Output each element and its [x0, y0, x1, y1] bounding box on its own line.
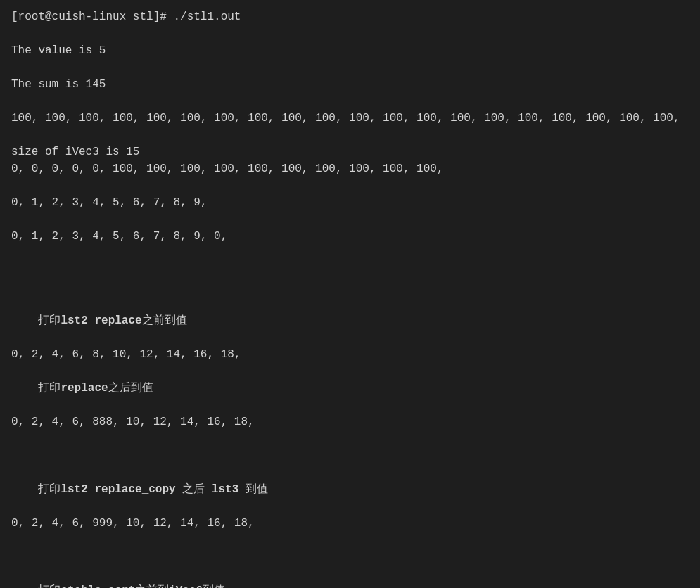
replace-bold: replace	[94, 314, 141, 327]
blank-line-10	[11, 430, 689, 447]
text-part-3: 之前到值	[142, 314, 187, 327]
hundreds-line: 100, 100, 100, 100, 100, 100, 100, 100, …	[11, 110, 689, 127]
text-part-5: 之后到值	[108, 382, 153, 395]
terminal-container: [root@cuish-linux stl]# ./stl1.out The v…	[11, 8, 689, 588]
blank-line-3	[11, 93, 689, 110]
seq2-line: 0, 1, 2, 3, 4, 5, 6, 7, 8, 9, 0,	[11, 228, 689, 245]
text-part-1: 打印	[38, 314, 61, 327]
blank-line-12	[11, 532, 689, 549]
text-part-2	[88, 314, 95, 327]
text-part-11: 之前到	[135, 584, 169, 588]
prompt-line: [root@cuish-linux stl]# ./stl1.out	[11, 8, 689, 25]
blank-line-4	[11, 127, 689, 143]
ivec3-size-line: size of iVec3 is 15	[11, 143, 689, 160]
blank-line-1	[11, 25, 689, 42]
replace-after-label: 打印replace之后到值	[11, 363, 689, 414]
stable-before-label: 打印stable_sort之前到iVec6到值	[11, 565, 689, 588]
lst3-bold: lst3	[212, 483, 238, 496]
text-part-10: 打印	[38, 584, 61, 588]
blank-line-2	[11, 59, 689, 76]
blank-line-9	[11, 279, 689, 295]
blank-line-13	[11, 549, 689, 565]
blank-line-11	[11, 447, 689, 464]
blank-line-6	[11, 211, 689, 228]
replace-bold-2: replace	[61, 382, 108, 395]
text-part-4: 打印	[38, 382, 61, 395]
lst3-vals: 0, 2, 4, 6, 999, 10, 12, 14, 16, 18,	[11, 515, 689, 532]
replace-after-vals: 0, 2, 4, 6, 888, 10, 12, 14, 16, 18,	[11, 414, 689, 430]
lst2-bold-2: lst2	[61, 483, 87, 496]
ivec3-vals-line: 0, 0, 0, 0, 0, 100, 100, 100, 100, 100, …	[11, 160, 689, 177]
blank-line-8	[11, 262, 689, 279]
text-part-8: 之后	[176, 483, 212, 496]
blank-line-7	[11, 245, 689, 262]
text-part-6: 打印	[38, 483, 61, 496]
text-part-12: 到值	[203, 584, 225, 588]
lst2-before-label: 打印lst2 replace之前到值	[11, 295, 689, 346]
ivec6-bold: iVec6	[169, 584, 203, 588]
stable-sort-bold: stable_sort	[61, 584, 135, 588]
text-part-7	[88, 483, 95, 496]
lst2-before-vals: 0, 2, 4, 6, 8, 10, 12, 14, 16, 18,	[11, 346, 689, 363]
value-line: The value is 5	[11, 42, 689, 59]
seq1-line: 0, 1, 2, 3, 4, 5, 6, 7, 8, 9,	[11, 194, 689, 211]
lst2-bold: lst2	[61, 314, 87, 327]
lst3-label: 打印lst2 replace_copy 之后 lst3 到值	[11, 464, 689, 515]
text-part-9: 到值	[238, 483, 268, 496]
replace-copy-bold: replace_copy	[94, 483, 175, 496]
blank-line-5	[11, 177, 689, 194]
sum-line: The sum is 145	[11, 76, 689, 93]
